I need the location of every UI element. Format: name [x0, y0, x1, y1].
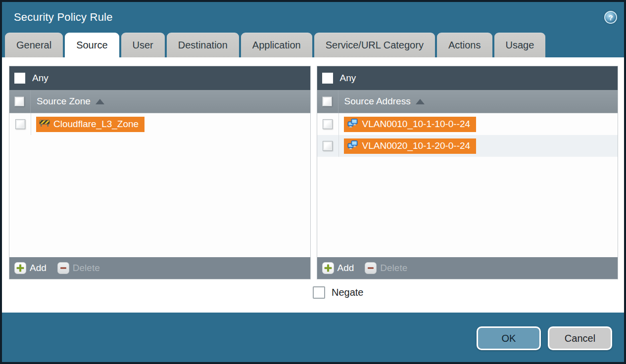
column-title: Source Address — [344, 96, 411, 107]
source-zone-panel: Any Source Zone Cloudflare_L3_Zone — [9, 66, 311, 279]
delete-button[interactable]: Delete — [57, 262, 100, 274]
source-zone-any-bar: Any — [9, 66, 310, 90]
any-label: Any — [32, 73, 48, 84]
ok-button[interactable]: OK — [477, 326, 541, 350]
add-label: Add — [30, 263, 47, 273]
table-row[interactable]: VLAN0010_10-1-10-0--24 — [317, 113, 618, 135]
table-row[interactable]: Cloudflare_L3_Zone — [9, 113, 310, 135]
column-title: Source Zone — [37, 96, 91, 107]
any-label: Any — [340, 73, 356, 84]
column-separator — [338, 90, 338, 113]
tab-user[interactable]: User — [121, 33, 165, 57]
tab-source[interactable]: Source — [65, 33, 119, 57]
dialog-footer: OK Cancel — [2, 313, 624, 362]
any-checkbox[interactable] — [322, 73, 333, 84]
dialog-content: Any Source Zone Cloudflare_L3_Zone — [2, 57, 624, 313]
tab-service-url-category[interactable]: Service/URL Category — [314, 33, 435, 57]
tab-usage[interactable]: Usage — [494, 33, 546, 57]
negate-checkbox[interactable] — [313, 286, 325, 299]
help-icon[interactable]: ? — [604, 11, 617, 24]
source-zone-list: Cloudflare_L3_Zone — [9, 113, 310, 257]
add-plus-icon — [14, 262, 26, 274]
table-row[interactable]: VLAN0020_10-1-20-0--24 — [317, 135, 618, 157]
negate-label: Negate — [332, 287, 364, 298]
add-label: Add — [337, 263, 354, 273]
title-bar: Security Policy Rule ? — [2, 2, 624, 33]
object-chip[interactable]: VLAN0010_10-1-10-0--24 — [344, 117, 477, 132]
object-chip[interactable]: Cloudflare_L3_Zone — [36, 117, 144, 132]
security-policy-rule-dialog: Security Policy Rule ? GeneralSourceUser… — [0, 0, 626, 364]
source-address-any-bar: Any — [317, 66, 618, 90]
object-chip[interactable]: VLAN0020_10-1-20-0--24 — [344, 138, 477, 154]
zone-icon — [39, 119, 50, 130]
delete-minus-icon — [57, 262, 69, 274]
sort-ascending-icon — [416, 99, 425, 104]
select-all-checkbox[interactable] — [14, 96, 24, 106]
source-zone-toolbar: Add Delete — [9, 257, 310, 279]
source-address-list: VLAN0010_10-1-10-0--24 VLAN0020_10-1-20-… — [317, 113, 618, 257]
tab-actions[interactable]: Actions — [437, 33, 492, 57]
panels-container: Any Source Zone Cloudflare_L3_Zone — [9, 66, 618, 279]
add-plus-icon — [322, 262, 334, 274]
tab-general[interactable]: General — [5, 33, 63, 57]
row-checkbox[interactable] — [15, 119, 25, 129]
column-separator — [30, 90, 31, 113]
any-checkbox[interactable] — [14, 73, 25, 84]
row-checkbox[interactable] — [323, 119, 333, 129]
select-all-checkbox[interactable] — [322, 96, 332, 106]
delete-label: Delete — [380, 263, 407, 273]
negate-row: Negate — [313, 286, 618, 299]
add-button[interactable]: Add — [322, 262, 354, 274]
address-icon — [347, 118, 359, 131]
add-button[interactable]: Add — [14, 262, 47, 274]
delete-minus-icon — [365, 262, 377, 274]
source-zone-column-header[interactable]: Source Zone — [9, 90, 310, 113]
delete-label: Delete — [73, 263, 100, 273]
sort-ascending-icon — [96, 99, 104, 104]
delete-button[interactable]: Delete — [365, 262, 407, 274]
page-title: Security Policy Rule — [14, 11, 113, 24]
row-checkbox[interactable] — [323, 141, 333, 151]
source-address-toolbar: Add Delete — [317, 257, 618, 279]
source-address-column-header[interactable]: Source Address — [317, 90, 618, 113]
tab-destination[interactable]: Destination — [167, 33, 239, 57]
address-icon — [347, 140, 359, 152]
cancel-button[interactable]: Cancel — [548, 326, 612, 350]
tab-bar: GeneralSourceUserDestinationApplicationS… — [2, 33, 624, 57]
source-address-panel: Any Source Address VLAN0010_10-1-10-0--2… — [317, 66, 619, 279]
tab-application[interactable]: Application — [241, 33, 312, 57]
